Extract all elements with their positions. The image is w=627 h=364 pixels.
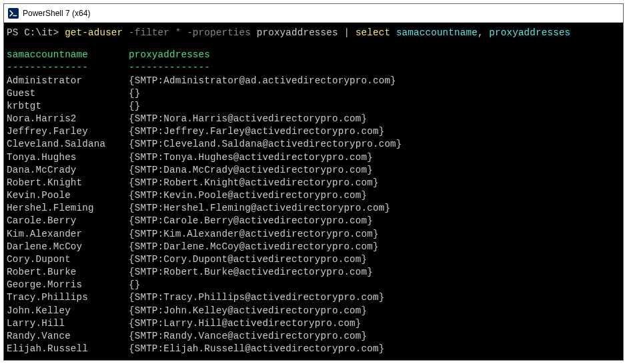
window-title: PowerShell 7 (x64) — [23, 9, 90, 18]
output-row: George.Morris {} — [7, 279, 620, 291]
command-line: PS C:\it> get-aduser -filter * -properti… — [7, 27, 620, 39]
terminal-area[interactable]: PS C:\it> get-aduser -filter * -properti… — [4, 23, 623, 360]
output-row: John.Kelley {SMTP:John.Kelley@activedire… — [7, 305, 620, 317]
output-row: Jeffrey.Farley {SMTP:Jeffrey.Farley@acti… — [7, 125, 620, 138]
output-row: Cory.Dupont {SMTP:Cory.Dupont@activedire… — [7, 253, 620, 266]
param-filter-flag: -filter — [129, 27, 175, 38]
cmdlet-get-aduser: get-aduser — [65, 27, 129, 38]
output-rows: Administrator {SMTP:Administrator@ad.act… — [7, 75, 620, 356]
output-row: Robert.Burke {SMTP:Robert.Burke@activedi… — [7, 266, 620, 279]
output-row: Kevin.Poole {SMTP:Kevin.Poole@activedire… — [7, 189, 620, 202]
header-samaccountname: samaccountname — [7, 49, 88, 60]
select-col2: proxyaddresses — [489, 27, 570, 38]
output-row: Guest {} — [7, 87, 620, 100]
output-row: Randy.Vance {SMTP:Randy.Vance@activedire… — [7, 330, 620, 343]
output-row: Cleveland.Saldana {SMTP:Cleveland.Saldan… — [7, 138, 620, 151]
output-row: Administrator {SMTP:Administrator@ad.act… — [7, 75, 620, 87]
output-row: Elijah.Russell {SMTP:Elijah.Russell@acti… — [7, 343, 620, 355]
output-row: krbtgt {} — [7, 100, 620, 113]
app-window: PowerShell 7 (x64) PS C:\it> get-aduser … — [3, 3, 624, 361]
output-row: Robert.Knight {SMTP:Robert.Knight@active… — [7, 177, 620, 189]
output-row: Tonya.Hughes {SMTP:Tonya.Hughes@activedi… — [7, 151, 620, 164]
output-row: Larry.Hill {SMTP:Larry.Hill@activedirect… — [7, 317, 620, 330]
param-properties-val: proxyaddresses — [257, 27, 344, 38]
select-col1: samaccountname — [396, 27, 478, 38]
header-proxyaddresses: proxyaddresses — [129, 49, 210, 60]
cmdlet-select: select — [356, 27, 396, 38]
output-row: Kim.Alexander {SMTP:Kim.Alexander@active… — [7, 228, 620, 241]
output-row: Nora.Harris2 {SMTP:Nora.Harris@activedir… — [7, 113, 620, 125]
select-sep: , — [478, 27, 489, 38]
prompt-path: PS C:\it> — [7, 27, 65, 38]
output-row: Darlene.McCoy {SMTP:Darlene.McCoy@active… — [7, 241, 620, 253]
output-row: Dana.McCrady {SMTP:Dana.McCrady@activedi… — [7, 164, 620, 177]
svg-rect-0 — [8, 8, 19, 19]
output-row: Carole.Berry {SMTP:Carole.Berry@activedi… — [7, 215, 620, 227]
output-header-underline: -------------- -------------- — [7, 61, 620, 74]
pipe-operator: | — [344, 27, 355, 38]
powershell-icon — [8, 8, 19, 19]
output-row: Hershel.Fleming {SMTP:Hershel.Fleming@ac… — [7, 202, 620, 215]
param-filter-val: * — [175, 27, 187, 38]
title-bar[interactable]: PowerShell 7 (x64) — [4, 4, 623, 23]
output-row: Tracy.Phillips {SMTP:Tracy.Phillips@acti… — [7, 291, 620, 304]
param-properties-flag: -properties — [187, 27, 257, 38]
output-header: samaccountname proxyaddresses — [7, 49, 620, 61]
